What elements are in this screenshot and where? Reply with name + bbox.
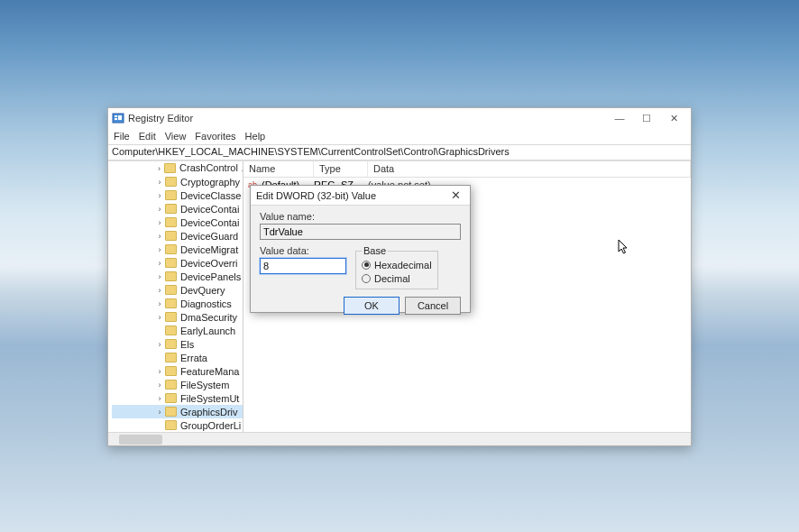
- tree-item-label: FeatureMana: [179, 366, 240, 377]
- expand-icon[interactable]: ›: [155, 178, 164, 187]
- value-name-input[interactable]: [260, 224, 461, 240]
- tree-item-crashcontrol[interactable]: ›CrashControl ∧: [112, 161, 243, 175]
- folder-icon: [165, 353, 177, 362]
- expand-icon[interactable]: ›: [155, 164, 163, 173]
- col-header-name[interactable]: Name: [243, 161, 314, 177]
- tree-item-label: GroupOrderLi: [179, 420, 242, 431]
- tree-item-deviceoverri[interactable]: ›DeviceOverri: [112, 256, 243, 270]
- folder-icon: [165, 393, 177, 403]
- close-button[interactable]: ✕: [660, 109, 687, 127]
- tree-item-label: DeviceGuard: [179, 231, 239, 242]
- tree-item-earlylaunch[interactable]: EarlyLaunch: [112, 324, 243, 337]
- radio-dec-icon: [362, 274, 371, 283]
- tree-item-dmasecurity[interactable]: ›DmaSecurity: [112, 310, 243, 324]
- folder-icon: [165, 231, 177, 241]
- value-data-input[interactable]: [260, 258, 346, 274]
- folder-icon: [165, 366, 177, 376]
- tree-item-label: DevQuery: [179, 285, 226, 296]
- expand-icon[interactable]: ›: [155, 394, 164, 403]
- folder-icon: [165, 217, 177, 227]
- folder-icon: [165, 190, 177, 200]
- tree-item-label: FileSystemUt: [179, 393, 240, 404]
- tree-item-errata[interactable]: Errata: [112, 351, 243, 364]
- expand-icon[interactable]: ›: [155, 272, 164, 281]
- base-fieldset: Base Hexadecimal Decimal: [355, 245, 438, 289]
- minimize-button[interactable]: —: [606, 109, 633, 127]
- titlebar[interactable]: Registry Editor — ☐ ✕: [108, 108, 691, 128]
- folder-icon: [164, 163, 176, 173]
- tree-item-els[interactable]: ›Els: [112, 337, 243, 351]
- svg-rect-2: [115, 118, 117, 120]
- expand-icon[interactable]: ›: [155, 340, 164, 349]
- expand-icon[interactable]: ›: [155, 232, 164, 241]
- tree-item-deviceguard[interactable]: ›DeviceGuard: [112, 229, 243, 243]
- svg-rect-1: [115, 115, 117, 117]
- tree-item-label: DeviceContai: [179, 217, 240, 228]
- expand-icon[interactable]: ›: [155, 299, 164, 308]
- dialog-titlebar[interactable]: Edit DWORD (32-bit) Value ✕: [251, 186, 470, 206]
- folder-icon: [165, 312, 177, 322]
- maximize-button[interactable]: ☐: [633, 109, 660, 127]
- col-header-type[interactable]: Type: [314, 161, 368, 177]
- window-title: Registry Editor: [128, 113, 606, 124]
- tree-item-devicemigrat[interactable]: ›DeviceMigrat: [112, 243, 243, 256]
- list-header[interactable]: Name Type Data: [243, 161, 691, 178]
- tree-item-devicecontai[interactable]: ›DeviceContai: [112, 216, 243, 229]
- tree-item-devicepanels[interactable]: ›DevicePanels: [112, 270, 243, 283]
- expand-icon[interactable]: ›: [155, 313, 164, 322]
- address-bar[interactable]: Computer\HKEY_LOCAL_MACHINE\SYSTEM\Curre…: [108, 144, 691, 161]
- col-header-data[interactable]: Data: [368, 161, 691, 177]
- tree-item-devicecontai[interactable]: ›DeviceContai: [112, 202, 243, 216]
- expand-icon[interactable]: ›: [155, 218, 164, 227]
- menu-file[interactable]: File: [114, 131, 130, 142]
- tree-item-label: Errata: [179, 353, 208, 363]
- tree-item-cryptography[interactable]: ›Cryptography: [112, 175, 243, 188]
- menu-favorites[interactable]: Favorites: [195, 131, 235, 142]
- expand-icon[interactable]: ›: [155, 408, 164, 417]
- tree-item-label: EarlyLaunch: [179, 326, 236, 336]
- horizontal-scrollbar[interactable]: [108, 432, 691, 445]
- expand-icon[interactable]: ›: [155, 367, 164, 376]
- tree-pane[interactable]: ›CrashControl ∧›Cryptography›DeviceClass…: [108, 161, 243, 432]
- tree-item-featuremana[interactable]: ›FeatureMana: [112, 364, 243, 378]
- radio-decimal[interactable]: Decimal: [362, 271, 432, 285]
- tree-item-label: DeviceContai: [179, 204, 240, 215]
- ok-button[interactable]: OK: [344, 297, 400, 315]
- folder-icon: [165, 326, 177, 335]
- folder-icon: [165, 339, 177, 349]
- tree-item-deviceclasse[interactable]: ›DeviceClasse: [112, 188, 243, 202]
- edit-dword-dialog: Edit DWORD (32-bit) Value ✕ Value name: …: [250, 185, 471, 313]
- expand-icon[interactable]: ›: [155, 245, 164, 254]
- radio-dec-label: Decimal: [374, 273, 410, 284]
- menu-help[interactable]: Help: [245, 131, 266, 142]
- expand-icon[interactable]: ›: [155, 286, 164, 295]
- expand-icon[interactable]: [155, 353, 164, 362]
- expand-icon[interactable]: ›: [155, 381, 164, 390]
- tree-item-graphicsdriv[interactable]: ›GraphicsDriv: [112, 405, 243, 418]
- tree-item-label: GraphicsDriv: [179, 407, 239, 417]
- tree-item-filesystemut[interactable]: ›FileSystemUt: [112, 391, 243, 405]
- expand-icon[interactable]: ›: [155, 259, 164, 268]
- cancel-button[interactable]: Cancel: [405, 297, 461, 315]
- radio-hex-label: Hexadecimal: [374, 260, 432, 271]
- folder-icon: [165, 271, 177, 281]
- expand-icon[interactable]: ›: [155, 191, 164, 200]
- radio-hexadecimal[interactable]: Hexadecimal: [362, 258, 432, 271]
- menu-view[interactable]: View: [165, 131, 187, 142]
- base-legend: Base: [362, 245, 388, 256]
- tree-item-label: DevicePanels: [179, 271, 242, 282]
- tree-item-diagnostics[interactable]: ›Diagnostics: [112, 297, 243, 310]
- expand-icon[interactable]: [155, 421, 164, 430]
- expand-icon[interactable]: [155, 326, 164, 335]
- tree-item-filesystem[interactable]: ›FileSystem: [112, 378, 243, 391]
- tree-item-devquery[interactable]: ›DevQuery: [112, 283, 243, 297]
- folder-icon: [165, 407, 177, 417]
- dialog-close-button[interactable]: ✕: [446, 188, 464, 202]
- tree-item-grouporderli[interactable]: GroupOrderLi: [112, 418, 243, 432]
- expand-icon[interactable]: ›: [155, 205, 164, 214]
- folder-icon: [165, 380, 177, 390]
- folder-icon: [165, 258, 177, 268]
- menu-edit[interactable]: Edit: [139, 131, 156, 142]
- scrollbar-thumb[interactable]: [119, 435, 162, 445]
- value-name-label: Value name:: [260, 211, 461, 222]
